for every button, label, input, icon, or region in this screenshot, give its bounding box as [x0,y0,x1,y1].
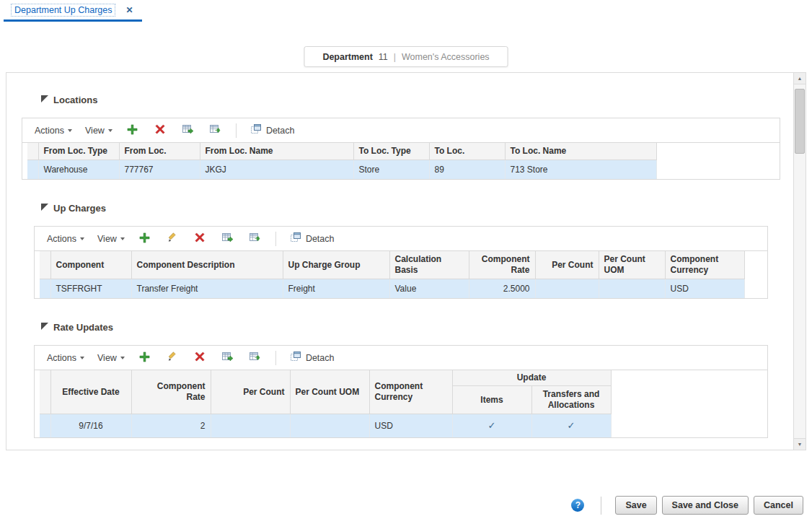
cell-to-loc: 89 [429,160,505,180]
delete-button[interactable] [151,122,169,139]
cell-per-count [535,279,599,299]
column-header[interactable]: Calculation Basis [389,251,469,279]
cell-from-loc: 777767 [119,160,200,180]
edit-pencil-icon [167,351,177,364]
section-locations: Locations Actions View [22,89,780,180]
cell-component-rate: 2.5000 [469,279,535,299]
view-menu-button[interactable]: View [92,232,130,246]
detach-label: Detach [266,126,295,136]
column-header[interactable]: Component Rate [469,251,535,279]
view-menu-button[interactable]: View [92,351,130,365]
collapse-triangle-icon[interactable] [41,203,48,213]
column-header[interactable]: To Loc. Name [505,143,656,160]
scrollbar-track[interactable] [794,84,806,438]
column-header[interactable]: Per Count [535,251,599,279]
export-options-button[interactable] [206,122,224,139]
main-content: Locations Actions View [6,72,806,450]
cell-effective-date: 9/7/16 [50,414,131,438]
column-header[interactable]: Items [452,386,531,414]
footer-bar: ? Save Save and Close Cancel [571,496,803,515]
row-selector[interactable] [27,160,38,180]
export-options-button[interactable] [246,230,263,248]
footer-divider [601,497,601,515]
delete-button[interactable] [191,349,208,367]
export-to-excel-button[interactable] [219,230,236,248]
rate-updates-header-row: Effective Date Component Rate Per Count … [40,370,611,386]
rate-updates-panel: Actions View [34,345,768,438]
table-row[interactable]: TSFFRGHT Transfer Freight Freight Value … [40,279,744,299]
column-header[interactable]: From Loc. Type [38,143,119,160]
export-to-excel-button[interactable] [219,349,236,367]
collapse-triangle-icon[interactable] [41,95,48,105]
view-label: View [97,234,117,244]
column-header[interactable]: Component [50,251,131,279]
edit-button[interactable] [164,230,181,248]
cell-to-loc-type: Store [353,160,429,180]
collapse-triangle-icon[interactable] [41,322,48,332]
export-options-icon [249,232,260,245]
detach-button[interactable]: Detach [245,121,300,139]
vertical-scrollbar[interactable]: ▲ ▼ [793,73,806,450]
column-header[interactable]: From Loc. [119,143,200,160]
column-header[interactable]: To Loc. [429,143,505,160]
detach-button[interactable]: Detach [285,349,340,367]
column-header[interactable]: Component Currency [665,251,744,279]
locations-header: Locations [22,89,780,110]
delete-button[interactable] [191,230,208,248]
column-header[interactable]: Up Charge Group [283,251,389,279]
add-button[interactable] [136,230,154,248]
context-name: Women's Accessories [402,52,490,62]
tab-title[interactable]: Department Up Charges [11,4,115,17]
row-selector-header [40,251,50,279]
actions-menu-button[interactable]: Actions [42,232,89,246]
toolbar-separator [236,123,237,138]
row-selector-header [27,143,38,160]
column-header[interactable]: From Loc. Name [200,143,353,160]
help-icon[interactable]: ? [571,499,584,512]
add-button[interactable] [124,122,141,139]
actions-menu-button[interactable]: Actions [42,351,89,365]
column-header[interactable]: Effective Date [50,370,131,414]
view-menu-button[interactable]: View [80,123,118,138]
table-row[interactable]: 9/7/16 2 USD ✓ ✓ [40,414,611,438]
cell-update-transfers-check: ✓ [531,414,611,438]
edit-button[interactable] [164,349,181,367]
tab-department-up-charges[interactable]: Department Up Charges ✕ [4,0,142,22]
cell-component-currency: USD [369,414,452,438]
column-header[interactable]: To Loc. Type [353,143,429,160]
toolbar-separator [275,351,276,365]
scroll-up-button[interactable]: ▲ [794,73,806,84]
column-header[interactable]: Component Currency [369,370,452,414]
column-header[interactable]: Component Rate [131,370,211,414]
actions-menu-button[interactable]: Actions [30,123,77,138]
row-selector[interactable] [40,279,50,299]
locations-panel: Actions View [22,118,780,180]
detach-button[interactable]: Detach [285,230,340,248]
delete-icon [195,351,205,364]
tab-close-icon[interactable]: ✕ [125,6,133,14]
detach-icon [290,232,301,245]
detach-label: Detach [306,353,335,363]
export-options-button[interactable] [246,349,263,367]
add-button[interactable] [136,349,154,367]
actions-label: Actions [47,353,76,363]
cell-component-currency: USD [665,279,744,299]
export-options-icon [209,123,221,137]
column-header[interactable]: Per Count UOM [599,251,665,279]
scroll-down-button[interactable]: ▼ [794,438,806,450]
row-selector[interactable] [40,414,50,438]
export-to-excel-button[interactable] [179,122,196,139]
rate-updates-header: Rate Updates [22,316,780,338]
column-header[interactable]: Component Description [131,251,283,279]
scrollbar-thumb[interactable] [795,89,805,154]
column-header[interactable]: Per Count [211,370,290,414]
column-header[interactable]: Per Count UOM [290,370,369,414]
save-and-close-button[interactable]: Save and Close [662,496,749,515]
column-header[interactable]: Transfers and Allocations [531,386,611,414]
table-row[interactable]: Warehouse 777767 JKGJ Store 89 713 Store [27,160,656,180]
save-button[interactable]: Save [615,496,656,515]
delete-icon [195,232,205,245]
chevron-down-icon [80,237,84,240]
cancel-button[interactable]: Cancel [754,496,803,515]
add-icon [127,124,138,137]
